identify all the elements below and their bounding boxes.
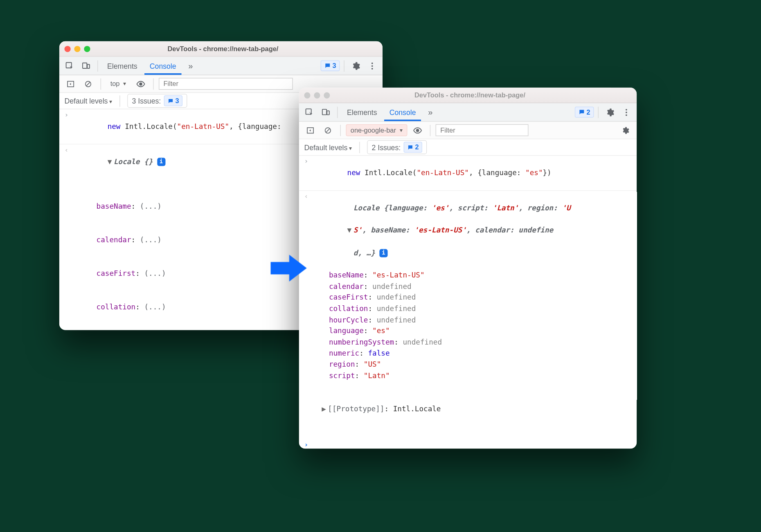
console-entry[interactable]: › new Intl.Locale("en-Latn-US", {languag…	[299, 156, 637, 191]
live-expression-icon[interactable]	[410, 123, 425, 138]
issues-bar: Default levels 2 Issues: 2	[299, 139, 637, 156]
main-tabbar: Elements Console » 3	[59, 57, 383, 75]
messages-count: 3	[332, 62, 336, 70]
titlebar: DevTools - chrome://new-tab-page/	[59, 41, 383, 57]
svg-point-3	[371, 62, 373, 64]
filter-input[interactable]	[436, 124, 529, 136]
issues-count: 2	[415, 143, 419, 151]
object-summary: Locale {}	[114, 157, 153, 165]
object-property: numeric: false	[329, 348, 634, 359]
inspect-icon[interactable]	[302, 105, 316, 119]
console-toolbar: one-google-bar	[299, 122, 637, 139]
window-title: DevTools - chrome://new-tab-page/	[95, 45, 352, 53]
messages-badge[interactable]: 3	[320, 60, 340, 71]
console-result[interactable]: ‹ Locale {language: 'es', script: 'Latn'…	[299, 191, 637, 438]
disclosure-expanded-icon[interactable]: ▼	[347, 225, 353, 236]
object-property: numberingSystem: undefined	[329, 337, 634, 348]
svg-point-13	[626, 111, 627, 113]
close-icon[interactable]	[65, 46, 71, 52]
toggle-drawer-icon[interactable]	[303, 123, 317, 138]
separator	[340, 124, 341, 136]
window-title: DevTools - chrome://new-tab-page/	[334, 91, 606, 99]
disclosure-expanded-icon[interactable]: ▼	[108, 156, 114, 167]
svg-point-12	[626, 109, 627, 110]
device-toggle-icon[interactable]	[319, 105, 333, 119]
arrow-right-icon	[271, 252, 307, 284]
kebab-icon[interactable]	[365, 59, 379, 73]
tab-elements[interactable]: Elements	[102, 57, 142, 75]
more-tabs-icon[interactable]: »	[183, 59, 198, 73]
zoom-icon[interactable]	[84, 46, 90, 52]
svg-point-8	[140, 83, 142, 85]
issues-button[interactable]: 2 Issues: 2	[367, 140, 427, 154]
minimize-icon[interactable]	[314, 92, 320, 98]
svg-point-5	[371, 68, 373, 69]
messages-count: 2	[587, 108, 590, 116]
info-icon[interactable]: i	[379, 249, 387, 257]
issues-label: 3 Issues:	[132, 97, 161, 105]
object-property: baseName: "es-Latn-US"	[329, 270, 634, 281]
tab-console[interactable]: Console	[144, 57, 181, 75]
messages-badge[interactable]: 2	[575, 107, 594, 117]
tab-console[interactable]: Console	[384, 103, 421, 121]
separator	[97, 60, 98, 72]
separator	[101, 78, 101, 90]
more-tabs-icon[interactable]: »	[423, 105, 437, 119]
object-property: hourCycle: undefined	[329, 314, 634, 325]
live-expression-icon[interactable]	[133, 77, 148, 91]
clear-console-icon[interactable]	[81, 77, 95, 91]
main-tabbar: Elements Console » 2	[299, 103, 637, 122]
separator	[359, 142, 360, 153]
close-icon[interactable]	[304, 92, 310, 98]
separator	[430, 124, 430, 136]
console-prompt[interactable]: ›	[299, 438, 637, 449]
levels-dropdown[interactable]: Default levels	[65, 97, 113, 105]
context-selector[interactable]: top	[106, 79, 131, 89]
chevron-right-icon: ›	[301, 440, 311, 449]
issues-label: 2 Issues:	[372, 143, 401, 151]
device-toggle-icon[interactable]	[79, 59, 93, 73]
devtools-window-after: DevTools - chrome://new-tab-page/ Elemen…	[299, 88, 637, 449]
object-property: language: "es"	[329, 325, 634, 336]
gear-icon[interactable]	[603, 105, 617, 119]
svg-point-17	[417, 129, 419, 131]
chevron-right-icon: ›	[61, 110, 72, 143]
gear-icon[interactable]	[349, 59, 363, 73]
separator	[344, 60, 344, 72]
separator	[337, 106, 338, 118]
object-summary: Locale {language: 'es', script: 'Latn', …	[353, 203, 571, 212]
object-property: script: "Latn"	[329, 370, 634, 381]
toggle-drawer-icon[interactable]	[63, 77, 78, 91]
svg-rect-1	[83, 63, 87, 68]
svg-rect-2	[87, 64, 90, 68]
object-property: caseFirst: undefined	[329, 292, 634, 303]
object-property: calendar: undefined	[329, 281, 634, 292]
separator	[153, 78, 153, 90]
clear-console-icon[interactable]	[321, 123, 335, 138]
svg-point-14	[626, 114, 627, 116]
traffic-lights	[304, 92, 330, 98]
levels-dropdown[interactable]: Default levels	[304, 143, 352, 151]
issues-button[interactable]: 3 Issues: 3	[127, 94, 187, 108]
info-icon[interactable]: i	[157, 158, 165, 166]
traffic-lights	[65, 46, 90, 52]
svg-point-4	[371, 65, 373, 67]
svg-rect-10	[322, 109, 326, 114]
titlebar: DevTools - chrome://new-tab-page/	[299, 88, 637, 103]
separator	[598, 106, 599, 118]
minimize-icon[interactable]	[74, 46, 80, 52]
return-arrow-icon: ‹	[301, 192, 311, 437]
zoom-icon[interactable]	[324, 92, 330, 98]
filter-input[interactable]	[159, 78, 293, 90]
context-selector[interactable]: one-google-bar	[346, 124, 407, 136]
gear-icon[interactable]	[618, 123, 633, 138]
separator	[119, 95, 120, 106]
object-property: collation: undefined	[329, 303, 634, 314]
tab-elements[interactable]: Elements	[342, 103, 382, 121]
svg-rect-11	[327, 110, 329, 114]
chevron-right-icon: ›	[301, 156, 311, 190]
inspect-icon[interactable]	[62, 59, 77, 73]
return-arrow-icon: ‹	[61, 145, 72, 330]
kebab-icon[interactable]	[619, 105, 633, 119]
disclosure-collapsed-icon[interactable]: ▶	[322, 404, 328, 415]
